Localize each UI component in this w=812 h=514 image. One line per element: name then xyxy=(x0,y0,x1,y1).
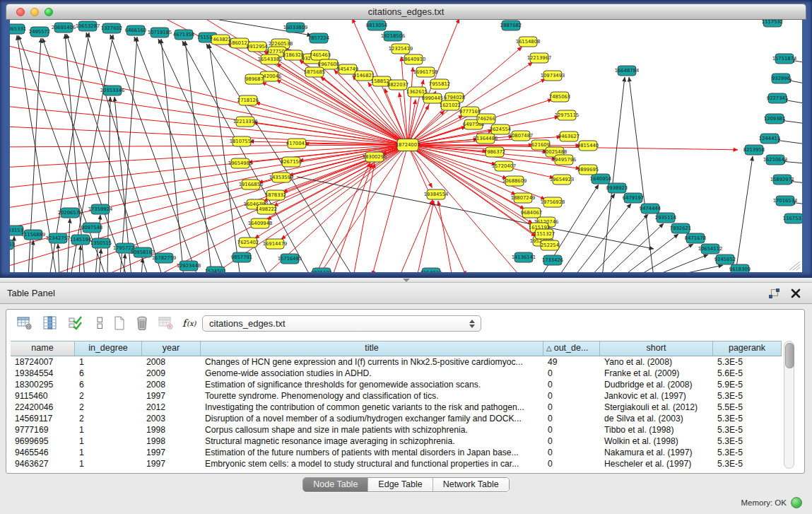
graph-node[interactable]: 9245652 xyxy=(714,255,736,264)
graph-node[interactable]: 2887682 xyxy=(500,21,522,30)
graph-node[interactable]: 9815440 xyxy=(577,141,599,151)
graph-node[interactable]: 12975115 xyxy=(555,110,579,120)
graph-node[interactable]: 252254 xyxy=(541,240,559,250)
graph-node[interactable]: 10719185 xyxy=(148,28,172,37)
graph-node[interactable]: 9618309 xyxy=(729,264,751,272)
graph-node[interactable]: 20691406 xyxy=(52,23,76,33)
graph-node[interactable]: 10688609 xyxy=(502,176,527,186)
table-row[interactable]: 969969511998Structural magnetic resonanc… xyxy=(11,436,782,447)
graph-node[interactable]: 16033809 xyxy=(283,23,308,33)
graph-node[interactable]: 9684067 xyxy=(521,208,542,218)
close-panel-icon[interactable] xyxy=(791,288,801,298)
graph-node[interactable]: 16782759 xyxy=(152,253,177,263)
graph-node[interactable]: 18107554 xyxy=(230,136,254,146)
graph-node[interactable]: 1209387 xyxy=(764,114,785,124)
column-header-title[interactable]: title xyxy=(201,341,543,356)
memory-status-indicator[interactable] xyxy=(791,497,802,508)
graph-node[interactable]: 16210643 xyxy=(763,155,788,165)
graph-node[interactable]: 11156889 xyxy=(21,230,46,240)
graph-node[interactable]: 1640954 xyxy=(590,174,611,184)
graph-node[interactable]: 15716485 xyxy=(278,254,302,264)
graph-node[interactable]: 8186328 xyxy=(283,50,304,60)
table-row[interactable]: 1456911722003Disruption of a novel membe… xyxy=(11,413,782,424)
graph-node[interactable]: 14136141 xyxy=(512,252,536,262)
table-row[interactable]: 946554611997Estimation of the future num… xyxy=(11,447,782,458)
graph-node[interactable]: 4671358 xyxy=(173,30,194,40)
table-settings-icon[interactable] xyxy=(15,315,35,333)
graph-node[interactable]: 9857791 xyxy=(231,252,252,262)
graph-node[interactable]: 8938923 xyxy=(606,183,628,193)
table-row[interactable]: 2242004622012Investigating the contribut… xyxy=(11,402,782,413)
tab-edge-table[interactable]: Edge Table xyxy=(368,478,433,491)
network-graph[interactable]: 2065331249557220691406106532871327602646… xyxy=(10,20,802,272)
table-scrollbar[interactable] xyxy=(784,341,794,469)
column-header-in_degree[interactable]: in_degree xyxy=(75,341,142,356)
column-header-out_de[interactable]: △out_de... xyxy=(543,341,600,356)
import-table-icon[interactable] xyxy=(156,315,176,333)
graph-node[interactable]: 15892971 xyxy=(770,175,795,185)
graph-node[interactable]: 1167533 xyxy=(783,214,802,223)
table-row[interactable]: 1830029562008Estimation of significance … xyxy=(11,379,782,390)
graph-node[interactable]: 2495572 xyxy=(29,27,50,37)
graph-node[interactable]: 8154033 xyxy=(420,268,442,272)
graph-node[interactable]: 9899695 xyxy=(577,165,599,175)
graph-hub-node[interactable]: 18724007 xyxy=(396,139,420,151)
graph-node[interactable]: 1145194 xyxy=(70,235,91,245)
graph-node[interactable]: 3624554 xyxy=(490,124,511,134)
graph-node[interactable]: 20206576 xyxy=(58,208,83,218)
graph-node[interactable]: 10654112 xyxy=(698,244,723,254)
graph-node[interactable]: 8213958 xyxy=(743,145,765,155)
delete-table-icon[interactable] xyxy=(132,315,152,333)
resize-grip-icon[interactable] xyxy=(787,259,801,271)
column-header-year[interactable]: year xyxy=(142,341,201,356)
graph-node[interactable]: 5875685 xyxy=(304,67,325,77)
graph-node[interactable]: 12213354 xyxy=(233,117,258,127)
table-row[interactable]: 911546021997Tourette syndrome. Phenomeno… xyxy=(11,390,782,402)
splitter-handle-icon[interactable] xyxy=(403,279,410,282)
tab-node-table[interactable]: Node Table xyxy=(303,478,368,491)
merge-rows-icon[interactable] xyxy=(90,315,110,333)
graph-node[interactable]: 9463627 xyxy=(558,132,579,141)
graph-node[interactable]: 16914479 xyxy=(263,239,288,249)
new-table-icon[interactable] xyxy=(110,315,129,333)
graph-node[interactable]: 2935114 xyxy=(655,213,676,223)
graph-node[interactable]: 15751874 xyxy=(772,54,797,64)
graph-node[interactable]: 1498222 xyxy=(256,204,277,214)
graph-node[interactable]: 18807249 xyxy=(511,193,536,203)
graph-node[interactable]: 20353346 xyxy=(100,86,125,95)
graph-node[interactable]: 18640910 xyxy=(401,54,426,64)
graph-node[interactable]: 15720407 xyxy=(492,161,517,171)
graph-node[interactable]: 5878332 xyxy=(265,190,286,200)
table-scrollbar-thumb[interactable] xyxy=(785,343,794,368)
graph-node[interactable]: 21364486 xyxy=(473,134,498,144)
graph-node[interactable]: 989687 xyxy=(245,74,264,84)
graph-node[interactable]: 19218506 xyxy=(381,31,406,41)
graph-node[interactable]: 9097548 xyxy=(81,223,102,233)
graph-node[interactable]: 4170041 xyxy=(286,139,307,148)
table-select-dropdown[interactable]: citations_edges.txt xyxy=(202,315,481,332)
graph-node[interactable]: 16543382 xyxy=(258,54,283,64)
graph-node[interactable]: 932996 xyxy=(772,74,790,83)
graph-node[interactable]: 17016534 xyxy=(773,196,798,206)
float-panel-icon[interactable] xyxy=(769,288,779,299)
graph-node[interactable]: 6479197 xyxy=(623,193,644,203)
graph-node[interactable]: 19384554 xyxy=(424,189,449,199)
table-row[interactable]: 977716911998Corpus callosum shape and si… xyxy=(11,424,782,436)
graph-node[interactable]: 9474444 xyxy=(640,204,661,214)
graph-node[interactable]: 10653287 xyxy=(76,21,100,31)
graph-node[interactable]: 1244413 xyxy=(759,134,780,144)
graph-node[interactable]: 1733426 xyxy=(542,255,563,265)
graph-node[interactable]: 12325419 xyxy=(389,44,413,54)
graph-node[interactable]: 8813054 xyxy=(366,21,387,30)
select-rows-icon[interactable] xyxy=(66,315,86,333)
graph-node[interactable]: 7986372 xyxy=(484,147,505,157)
graph-node[interactable]: 8990445 xyxy=(422,93,443,103)
graph-node[interactable]: 19654923 xyxy=(550,175,575,185)
graph-node[interactable]: 8267150 xyxy=(281,157,302,167)
graph-node[interactable]: 7463822 xyxy=(210,35,231,45)
column-header-short[interactable]: short xyxy=(600,341,713,356)
column-header-pagerank[interactable]: pagerank xyxy=(713,341,782,356)
graph-node[interactable]: 7932621 xyxy=(670,223,691,233)
graph-node[interactable]: 1117532 xyxy=(762,20,783,27)
graph-node[interactable]: 6466160 xyxy=(125,25,146,35)
